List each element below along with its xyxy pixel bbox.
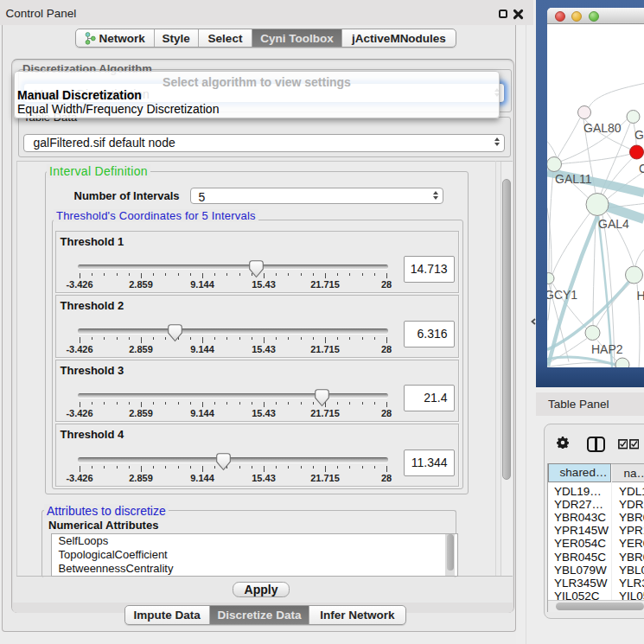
svg-text:CD: CD — [639, 161, 644, 175]
svg-text:GAL11: GAL11 — [555, 171, 592, 185]
svg-text:GA: GA — [634, 127, 644, 141]
svg-text:HAP2: HAP2 — [591, 341, 623, 355]
svg-text:GAL4: GAL4 — [598, 216, 629, 230]
svg-text:H: H — [637, 288, 644, 302]
svg-text:GAL80: GAL80 — [583, 120, 622, 134]
svg-text:GCY1: GCY1 — [547, 287, 577, 301]
